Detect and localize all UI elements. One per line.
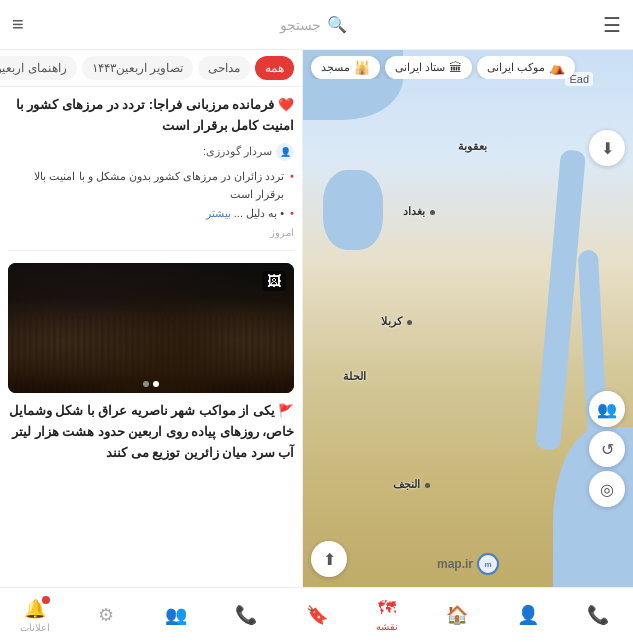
nav-contacts[interactable]: 👤: [492, 604, 562, 626]
search-bar[interactable]: 🔍 جستجو: [24, 15, 603, 34]
crowd-image: [8, 263, 294, 393]
filter-mosque[interactable]: 🕌 مسجد: [311, 56, 380, 79]
bullet-2: • به دلیل ... بیشتر: [8, 204, 294, 223]
bookmark-icon: 🔖: [306, 604, 328, 626]
map-users-btn[interactable]: 👥: [589, 391, 625, 427]
badge-dot: [42, 596, 50, 604]
filter-station-label: ستاد ایرانی: [395, 61, 445, 74]
city-najaf: النجف: [393, 478, 430, 491]
map-download-btn[interactable]: ⬇: [589, 130, 625, 166]
city-karbala: کربلا: [381, 315, 412, 328]
nav-phone2[interactable]: 📞: [211, 604, 281, 626]
city-hillah: الحلة: [343, 370, 366, 383]
people-icon: 👥: [165, 604, 187, 626]
contacts-icon: 👤: [517, 604, 539, 626]
news-more-link[interactable]: بیشتر: [206, 207, 231, 219]
nav-people[interactable]: 👥: [141, 604, 211, 626]
news-item-2: 🖼 🚩 یکی از مواکب شهر ناصریه عراق با شکل …: [8, 263, 294, 465]
map-location-btn[interactable]: ◎: [589, 471, 625, 507]
nav-settings[interactable]: ⚙: [70, 604, 140, 626]
notifications-label: اعلانات: [20, 622, 50, 633]
tab-photos[interactable]: تصاویر اربعین۱۴۴۳: [82, 56, 193, 80]
flag-icon: 🚩: [278, 404, 294, 418]
tab-all[interactable]: همه: [255, 56, 294, 80]
nav-notifications[interactable]: 🔔 اعلانات: [0, 598, 70, 633]
filter-mokeb-label: موکب ایرانی: [487, 61, 545, 74]
options-icon[interactable]: ≡: [12, 13, 24, 36]
nav-bookmark[interactable]: 🔖: [281, 604, 351, 626]
news-item-1: ❤️ فرمانده مرزبانی فراجا: تردد در مرزهای…: [8, 95, 294, 251]
photo-icon: 🖼: [262, 271, 286, 291]
image-dots: [143, 381, 159, 387]
news-image-container[interactable]: 🖼: [8, 263, 294, 393]
map-background: بغداد کربلا النجف بعقوبة الحلة Ead: [303, 50, 633, 587]
map-nav-icon: 🗺: [378, 598, 396, 619]
map-refresh-btn[interactable]: ↺: [589, 431, 625, 467]
main-area: بغداد کربلا النجف بعقوبة الحلة Ead 🕌 مسج…: [0, 50, 633, 587]
news-title-1: ❤️ فرمانده مرزبانی فراجا: تردد در مرزهای…: [8, 95, 294, 137]
news-title-2: 🚩 یکی از مواکب شهر ناصریه عراق با شکل وش…: [8, 401, 294, 465]
author-name-1: سردار گودرزی:: [203, 145, 272, 158]
map-logo: m map.ir: [437, 553, 499, 575]
menu-icon[interactable]: ☰: [603, 13, 621, 37]
city-baghdad: بغداد: [403, 205, 435, 218]
mosque-icon: 🕌: [354, 60, 370, 75]
map-logo-text: map.ir: [437, 557, 473, 571]
news-author-1: 👤 سردار گودرزی:: [8, 143, 294, 161]
phone-icon: 📞: [587, 604, 609, 626]
notification-badge-wrap: 🔔: [24, 598, 46, 620]
water-river: [535, 149, 586, 450]
news-date-1: امروز: [8, 227, 294, 238]
station-icon: 🏛: [449, 60, 462, 75]
dot-2: [143, 381, 149, 387]
nav-map[interactable]: 🗺 نقشه: [352, 598, 422, 632]
map-share-btn[interactable]: ⬆: [311, 541, 347, 577]
search-placeholder: جستجو: [280, 17, 321, 33]
phone2-icon: 📞: [235, 604, 257, 626]
map-nav-label: نقشه: [376, 621, 398, 632]
search-icon: 🔍: [327, 15, 347, 34]
home-icon: 🏠: [446, 604, 468, 626]
tab-madahi[interactable]: مداحی: [198, 56, 250, 80]
category-tabs: همه مداحی تصاویر اربعین۱۴۴۳ راهنمای اربع…: [0, 50, 302, 87]
tent-icon: ⛺: [549, 60, 565, 75]
bullet-1: تردد زائران در مرزهای کشور بدون مشکل و ب…: [8, 167, 294, 204]
city-baqubah: بعقوبة: [458, 140, 487, 153]
bottom-nav: 📞 👤 🏠 🗺 نقشه 🔖 📞 👥 ⚙ 🔔 اعلانات: [0, 587, 633, 642]
top-header: ☰ 🔍 جستجو ≡: [0, 0, 633, 50]
dot-1: [153, 381, 159, 387]
nav-phone[interactable]: 📞: [563, 604, 633, 626]
settings-icon: ⚙: [98, 604, 114, 626]
right-panel: همه مداحی تصاویر اربعین۱۴۴۳ راهنمای اربع…: [0, 50, 303, 587]
filter-mokeb[interactable]: ⛺ موکب ایرانی: [477, 56, 575, 79]
heart-icon: ❤️: [278, 97, 294, 112]
filter-mosque-label: مسجد: [321, 61, 350, 74]
news-feed: ❤️ فرمانده مرزبانی فراجا: تردد در مرزهای…: [0, 87, 302, 587]
news-bullets-1: تردد زائران در مرزهای کشور بدون مشکل و ب…: [8, 167, 294, 223]
water-lake: [323, 170, 383, 250]
nav-home[interactable]: 🏠: [422, 604, 492, 626]
author-avatar-1: 👤: [276, 143, 294, 161]
map-section[interactable]: بغداد کربلا النجف بعقوبة الحلة Ead 🕌 مسج…: [303, 50, 633, 587]
map-logo-icon: m: [477, 553, 499, 575]
map-filters: 🕌 مسجد 🏛 ستاد ایرانی ⛺ موکب ایرانی: [303, 56, 633, 79]
tab-guide[interactable]: راهنمای اربعین: [0, 56, 77, 80]
filter-station[interactable]: 🏛 ستاد ایرانی: [385, 56, 472, 79]
